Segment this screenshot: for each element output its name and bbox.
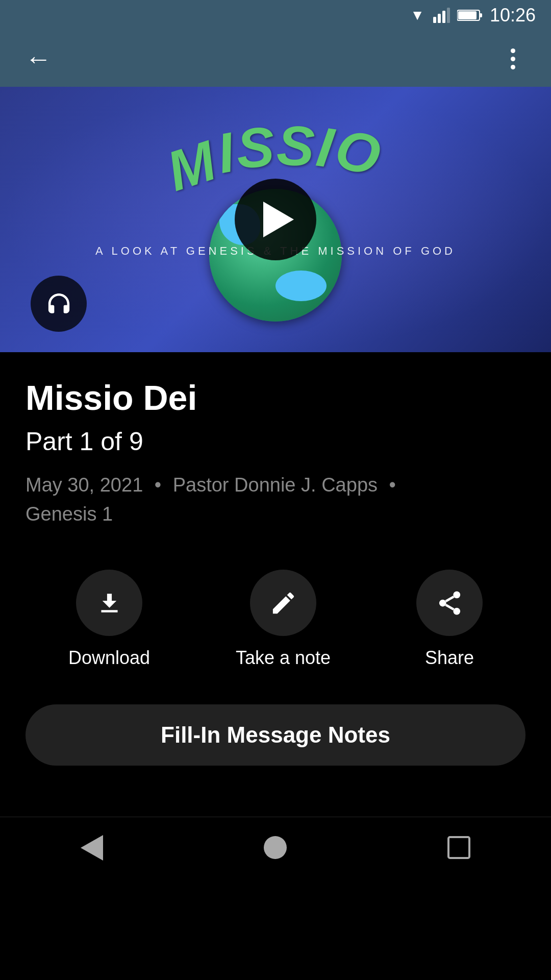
nav-recent-button[interactable] (447, 836, 470, 859)
download-circle (76, 570, 142, 636)
sermon-thumbnail: M I S S I O A LOOK AT GENESIS & THE MISS… (0, 87, 551, 352)
svg-rect-5 (458, 11, 477, 19)
action-buttons: Download Take a note Share (26, 570, 525, 669)
nav-back-button[interactable] (81, 835, 103, 861)
back-button[interactable]: ← (20, 41, 56, 77)
separator: • (389, 474, 396, 496)
content-area: Missio Dei Part 1 of 9 May 30, 2021 • Pa… (0, 352, 551, 817)
svg-rect-6 (480, 13, 482, 17)
top-nav: ← (0, 31, 551, 87)
note-icon (269, 589, 297, 617)
sermon-scripture: Genesis 1 (26, 503, 113, 525)
share-label: Share (425, 647, 474, 669)
status-time: 10:26 (490, 5, 536, 26)
nav-home-button[interactable] (264, 836, 287, 859)
bottom-nav (0, 817, 551, 878)
sermon-meta: May 30, 2021 • Pastor Donnie J. Capps • … (26, 471, 525, 529)
separator: • (155, 474, 161, 496)
svg-rect-0 (433, 17, 436, 23)
take-note-label: Take a note (236, 647, 331, 669)
play-button[interactable] (235, 179, 316, 260)
fill-in-label: Fill-In Message Notes (161, 722, 390, 748)
svg-rect-1 (438, 14, 441, 23)
sermon-title: Missio Dei (26, 378, 525, 418)
note-circle (250, 570, 316, 636)
share-icon (436, 589, 464, 617)
audio-button[interactable] (31, 276, 87, 332)
download-label: Download (68, 647, 150, 669)
status-icons: ▼ 10:26 (410, 5, 536, 26)
dot-icon (511, 65, 515, 69)
svg-point-7 (453, 591, 460, 598)
sermon-date: May 30, 2021 (26, 474, 143, 496)
share-button[interactable]: Share (416, 570, 483, 669)
take-note-button[interactable]: Take a note (236, 570, 331, 669)
dot-icon (511, 48, 515, 53)
svg-rect-3 (447, 8, 450, 23)
sermon-pastor: Pastor Donnie J. Capps (173, 474, 378, 496)
sermon-part: Part 1 of 9 (26, 427, 525, 456)
signal-icon (432, 6, 450, 24)
dot-icon (511, 57, 515, 61)
battery-icon (457, 8, 483, 22)
headphone-icon (45, 290, 73, 318)
svg-rect-2 (442, 11, 445, 23)
svg-point-8 (439, 599, 446, 606)
svg-point-9 (453, 607, 460, 615)
more-options-button[interactable] (495, 41, 531, 77)
back-arrow-icon: ← (25, 45, 52, 72)
wifi-icon: ▼ (410, 7, 424, 23)
share-circle (416, 570, 483, 636)
play-icon (263, 202, 294, 237)
fill-in-notes-button[interactable]: Fill-In Message Notes (26, 704, 525, 766)
missio-title-arc: M I S S I O (0, 117, 551, 182)
status-bar: ▼ 10:26 (0, 0, 551, 31)
svg-line-10 (445, 604, 454, 609)
download-button[interactable]: Download (68, 570, 150, 669)
download-icon (95, 589, 123, 617)
svg-line-11 (445, 596, 454, 601)
